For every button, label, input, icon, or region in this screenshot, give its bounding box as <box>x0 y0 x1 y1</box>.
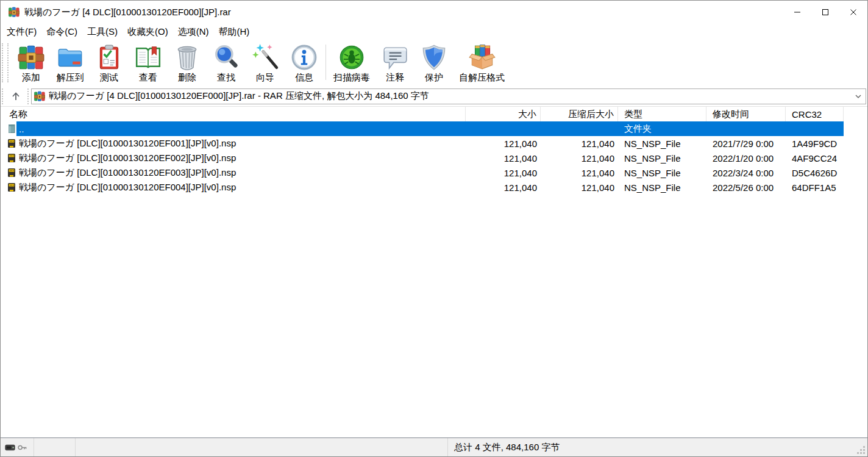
add-button[interactable]: 添加 <box>12 42 51 86</box>
row-packed: 121,040 <box>541 180 618 195</box>
row-crc32: 4AF9CC24 <box>786 151 844 165</box>
close-button[interactable] <box>839 1 867 24</box>
winrar-app-icon <box>9 7 20 18</box>
comment-button[interactable]: 注释 <box>375 42 414 86</box>
menu-commands[interactable]: 命令(C) <box>41 24 82 40</box>
row-modified <box>706 121 786 136</box>
toolbar-drag-handle[interactable] <box>2 43 5 82</box>
menu-help[interactable]: 帮助(H) <box>213 24 254 40</box>
drive-icon[interactable] <box>5 444 15 452</box>
row-name: 戦場のフーガ [DLC][01000130120EF004][JP][v0].n… <box>16 180 466 195</box>
row-modified: 2022/1/20 0:00 <box>706 151 786 165</box>
find-label: 查找 <box>217 72 235 84</box>
nsp-file-icon <box>1 136 16 151</box>
row-modified: 2022/5/26 0:00 <box>706 180 786 195</box>
row-crc32: D5C4626D <box>786 165 844 180</box>
delete-icon <box>173 43 201 71</box>
toolbar-drag-handle-2[interactable] <box>7 43 10 82</box>
up-directory-button[interactable] <box>7 88 25 105</box>
row-type: 文件夹 <box>618 121 706 136</box>
address-drag-handle[interactable] <box>2 88 5 104</box>
column-header-name[interactable]: 名称 <box>1 107 466 121</box>
resize-grip[interactable] <box>856 445 866 455</box>
row-name: .. <box>16 121 466 136</box>
toolbar: 添加 解压到 测试 <box>1 40 867 86</box>
row-type: NS_NSP_File <box>618 180 706 195</box>
row-modified: 2022/3/24 0:00 <box>706 165 786 180</box>
column-header-size[interactable]: 大小 <box>466 107 541 121</box>
winrar-archive-icon <box>34 91 45 102</box>
menu-favorites[interactable]: 收藏夹(O) <box>123 24 173 40</box>
key-icon[interactable] <box>17 444 27 452</box>
nsp-file-icon <box>1 151 16 165</box>
protect-label: 保护 <box>425 72 443 84</box>
chevron-down-icon[interactable] <box>853 92 863 101</box>
sfx-icon <box>468 43 496 71</box>
protect-button[interactable]: 保护 <box>414 42 454 86</box>
title-bar: 戦場のフーガ [4 DLC][01000130120EF000][JP].rar <box>1 1 867 24</box>
extract-to-icon <box>56 43 84 71</box>
minimize-icon <box>794 9 801 16</box>
row-size: 121,040 <box>466 165 541 180</box>
comment-icon <box>381 43 409 71</box>
column-header-crc32[interactable]: CRC32 <box>786 107 844 121</box>
column-header-packed-size[interactable]: 压缩后大小 <box>541 107 618 121</box>
row-name: 戦場のフーガ [DLC][01000130120EF002][JP][v0].n… <box>16 151 466 165</box>
row-modified: 2021/7/29 0:00 <box>706 136 786 151</box>
extract-to-label: 解压到 <box>57 72 84 84</box>
add-archive-icon <box>17 43 45 71</box>
file-row[interactable]: 戦場のフーガ [DLC][01000130120EF003][JP][v0].n… <box>1 165 867 180</box>
row-size: 121,040 <box>466 180 541 195</box>
row-crc32: 64DFF1A5 <box>786 180 844 195</box>
test-label: 测试 <box>100 72 118 84</box>
column-header-type[interactable]: 类型 <box>618 107 706 121</box>
row-size <box>466 121 541 136</box>
file-row[interactable]: 戦場のフーガ [DLC][01000130120EF004][JP][v0].n… <box>1 180 867 195</box>
address-bar: 戦場のフーガ [4 DLC][01000130120EF000][JP].rar… <box>1 86 867 107</box>
row-crc32 <box>786 121 844 136</box>
sfx-button[interactable]: 自解压格式 <box>454 42 510 86</box>
file-list-empty-area[interactable] <box>1 195 867 437</box>
virus-scan-button[interactable]: 扫描病毒 <box>328 42 375 86</box>
column-header-row: 名称 大小 压缩后大小 类型 修改时间 CRC32 <box>1 107 867 121</box>
status-bar: 总计 4 文件, 484,160 字节 <box>1 437 867 456</box>
parent-directory-row[interactable]: .. 文件夹 <box>1 121 867 136</box>
file-row[interactable]: 戦場のフーガ [DLC][01000130120EF002][JP][v0].n… <box>1 151 867 165</box>
comment-label: 注释 <box>386 72 404 84</box>
winrar-window: 戦場のフーガ [4 DLC][01000130120EF000][JP].rar… <box>0 0 868 457</box>
row-type: NS_NSP_File <box>618 151 706 165</box>
column-header-modified[interactable]: 修改时间 <box>706 107 786 121</box>
menu-tools[interactable]: 工具(S) <box>82 24 123 40</box>
find-icon <box>212 43 240 71</box>
info-button[interactable]: 信息 <box>285 42 324 86</box>
archive-path-text: 戦場のフーガ [4 DLC][01000130120EF000][JP].rar… <box>49 90 851 102</box>
maximize-button[interactable] <box>811 1 839 24</box>
archive-path-combobox[interactable]: 戦場のフーガ [4 DLC][01000130120EF000][JP].rar… <box>31 88 866 104</box>
add-label: 添加 <box>22 72 40 84</box>
test-archive-icon <box>95 43 123 71</box>
menu-file[interactable]: 文件(F) <box>2 24 41 40</box>
status-pane-left <box>34 438 76 456</box>
row-name: 戦場のフーガ [DLC][01000130120EF001][JP][v0].n… <box>16 136 466 151</box>
view-file-icon <box>134 43 162 71</box>
file-list: 名称 大小 压缩后大小 类型 修改时间 CRC32 .. 文件夹 <box>1 107 867 437</box>
find-button[interactable]: 查找 <box>207 42 246 86</box>
sfx-label: 自解压格式 <box>459 72 505 84</box>
file-row[interactable]: 戦場のフーガ [DLC][01000130120EF001][JP][v0].n… <box>1 136 867 151</box>
delete-label: 删除 <box>178 72 196 84</box>
minimize-button[interactable] <box>783 1 811 24</box>
delete-button[interactable]: 删除 <box>168 42 207 86</box>
row-packed <box>541 121 618 136</box>
close-icon <box>850 9 857 16</box>
test-button[interactable]: 测试 <box>90 42 129 86</box>
info-label: 信息 <box>295 72 313 84</box>
wizard-button[interactable]: 向导 <box>246 42 285 86</box>
row-packed: 121,040 <box>541 165 618 180</box>
up-arrow-icon <box>10 91 21 102</box>
row-packed: 121,040 <box>541 151 618 165</box>
row-crc32: 1A49F9CD <box>786 136 844 151</box>
view-button[interactable]: 查看 <box>129 42 168 86</box>
menu-options[interactable]: 选项(N) <box>173 24 214 40</box>
virus-scan-label: 扫描病毒 <box>333 72 370 84</box>
extract-to-button[interactable]: 解压到 <box>51 42 90 86</box>
